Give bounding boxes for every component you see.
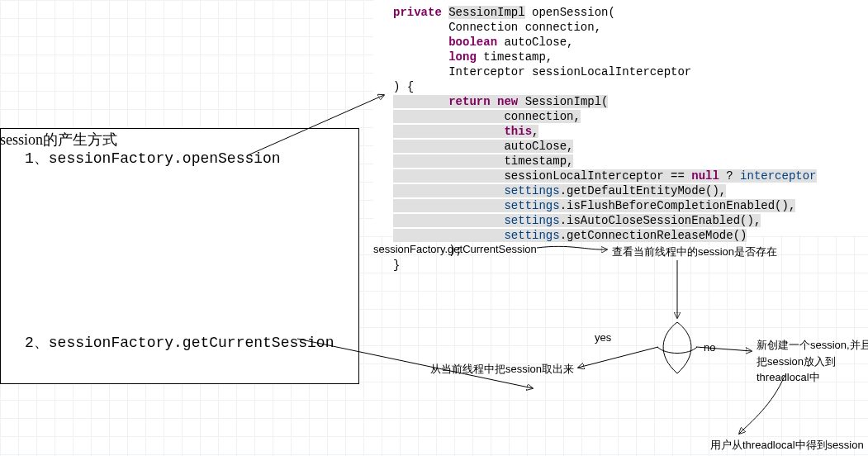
method-1: 1、sessionFactory.openSession [25, 148, 281, 168]
diagram-no-label: no [704, 342, 715, 353]
method-1-code: sessionFactory.openSession [49, 150, 281, 167]
diagram-check-label: 查看当前线程中的session是否存在 [612, 246, 777, 257]
method-2-code: sessionFactory.getCurrentSession [49, 335, 334, 351]
diagram-caption: sessionFactory.getCurrentSession [373, 244, 537, 254]
method-1-prefix: 1、 [25, 150, 49, 167]
diagram-yes-label: yes [595, 332, 611, 343]
method-2-prefix: 2、 [25, 335, 49, 351]
diagram-new-session-label: 新创建一个session,并且把session放入到threadlocal中 [757, 337, 868, 386]
diagram-get-session-label: 用户从threadlocal中得到session [710, 439, 864, 450]
box-title: session的产生方式 [0, 130, 117, 150]
code-pre: private SessionImpl openSession( Connect… [373, 0, 868, 273]
diagram-from-thread-label: 从当前线程中把session取出来 [430, 363, 574, 374]
method-2: 2、sessionFactory.getCurrentSession [25, 332, 334, 352]
code-snippet: private SessionImpl openSession( Connect… [373, 0, 868, 235]
